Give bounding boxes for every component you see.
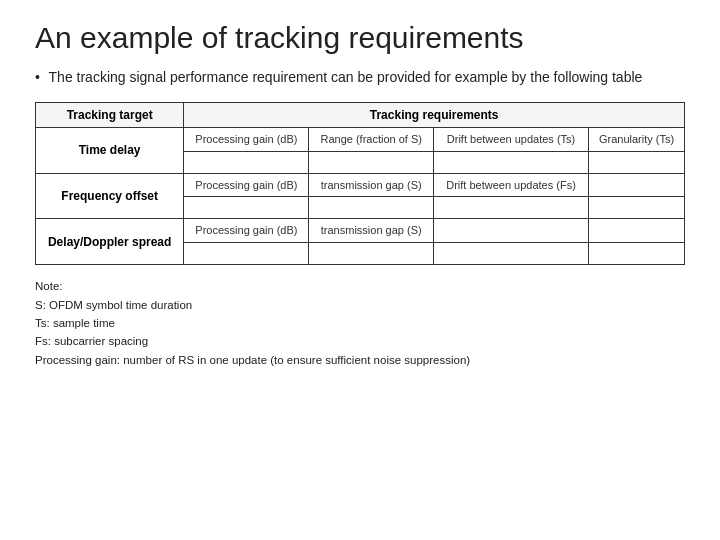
data-cell — [184, 243, 309, 265]
data-cell — [309, 151, 434, 173]
col-tracking-requirements: Tracking requirements — [184, 102, 685, 127]
note-line-1: S: OFDM symbol time duration — [35, 296, 685, 314]
subheader-granularity: Granularity (Ts) — [589, 127, 685, 151]
table-row: Delay/Doppler spread Processing gain (dB… — [36, 219, 685, 243]
note-title: Note: — [35, 277, 685, 295]
data-cell — [184, 151, 309, 173]
row-label-delay-doppler: Delay/Doppler spread — [36, 219, 184, 265]
notes-section: Note: S: OFDM symbol time duration Ts: s… — [35, 277, 685, 369]
subheader-processing-gain-1: Processing gain (dB) — [184, 127, 309, 151]
subheader-range-fraction: Range (fraction of S) — [309, 127, 434, 151]
note-line-3: Fs: subcarrier spacing — [35, 332, 685, 350]
table-header-row: Tracking target Tracking requirements — [36, 102, 685, 127]
table-row: Time delay Processing gain (dB) Range (f… — [36, 127, 685, 151]
data-cell — [433, 151, 588, 173]
data-cell — [589, 243, 685, 265]
data-cell — [589, 151, 685, 173]
data-cell — [433, 197, 588, 219]
note-line-2: Ts: sample time — [35, 314, 685, 332]
data-cell — [433, 243, 588, 265]
subheader-transmission-gap-2: transmission gap (S) — [309, 219, 434, 243]
row-label-frequency-offset: Frequency offset — [36, 173, 184, 219]
subheader-drift-ts: Drift between updates (Ts) — [433, 127, 588, 151]
data-cell — [184, 197, 309, 219]
bullet: • — [35, 68, 40, 88]
note-line-4: Processing gain: number of RS in one upd… — [35, 351, 685, 369]
col-tracking-target: Tracking target — [36, 102, 184, 127]
subtitle-text: The tracking signal performance requirem… — [49, 69, 643, 85]
subheader-processing-gain-2: Processing gain (dB) — [184, 173, 309, 197]
page: An example of tracking requirements • Th… — [0, 0, 720, 540]
tracking-table: Tracking target Tracking requirements Ti… — [35, 102, 685, 266]
data-cell — [589, 173, 685, 197]
subheader-drift-fs: Drift between updates (Fs) — [433, 173, 588, 197]
data-cell — [589, 219, 685, 243]
subheader-transmission-gap-1: transmission gap (S) — [309, 173, 434, 197]
row-label-time-delay: Time delay — [36, 127, 184, 173]
subheader-processing-gain-3: Processing gain (dB) — [184, 219, 309, 243]
data-cell — [309, 197, 434, 219]
subtitle: • The tracking signal performance requir… — [35, 68, 685, 88]
data-cell — [589, 197, 685, 219]
data-cell — [309, 243, 434, 265]
page-title: An example of tracking requirements — [35, 20, 685, 56]
table-row: Frequency offset Processing gain (dB) tr… — [36, 173, 685, 197]
data-cell — [433, 219, 588, 243]
